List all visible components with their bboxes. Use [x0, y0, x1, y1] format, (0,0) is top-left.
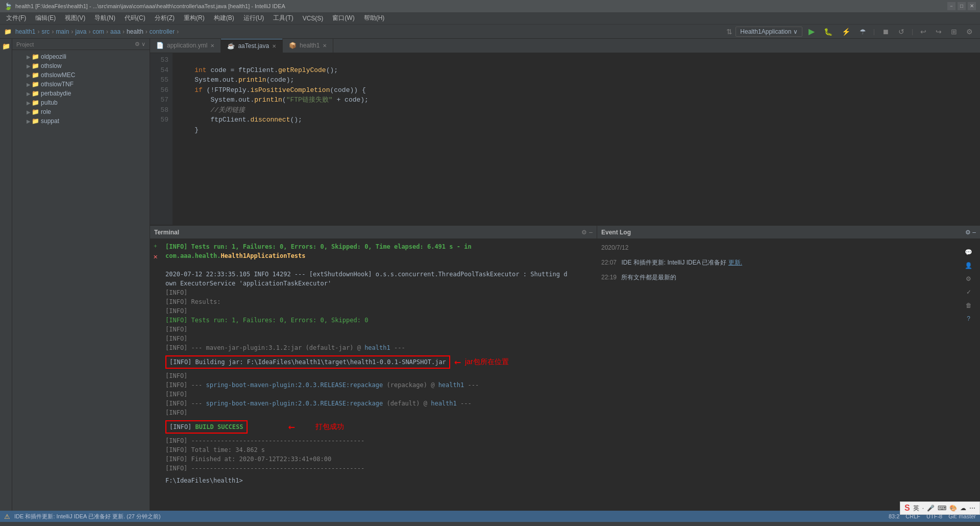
menu-window[interactable]: 窗口(W)	[328, 13, 358, 23]
minimize-button[interactable]: －	[947, 2, 955, 10]
tab-label: aaTest.java	[238, 42, 269, 50]
el-icon-question[interactable]: ?	[964, 314, 974, 324]
el-icon-settings2[interactable]: ⚙	[964, 274, 974, 284]
title-bar: 🍃 health1 [F:\IdeaFiles\health1] - ...\s…	[0, 0, 980, 12]
tree-item-suppat[interactable]: ▶ 📁 suppat	[12, 116, 150, 126]
breadcrumb-com[interactable]: com	[92, 28, 104, 35]
layout-button[interactable]: ⊞	[948, 26, 960, 37]
tree-item-pultub[interactable]: ▶ 📁 pultub	[12, 98, 150, 107]
sidebar-icon-project[interactable]: 📁	[1, 41, 11, 51]
status-position[interactable]: 83:2	[889, 513, 899, 519]
event-log-hide-icon[interactable]: –	[972, 229, 976, 236]
ime-bar: S 英 · 🎤 ⌨ 🎨 ☁ ⋯	[900, 501, 980, 515]
tree-item-oldpeozili[interactable]: ▶ 📁 oldpeozili	[12, 52, 150, 61]
breadcrumb-src[interactable]: src	[41, 28, 50, 35]
menu-vcs[interactable]: VCS(S)	[299, 14, 328, 23]
tree-item-perbabydie[interactable]: ▶ 📁 perbabydie	[12, 89, 150, 98]
terminal-header: Terminal ⚙ –	[150, 226, 597, 239]
tab-health1[interactable]: 📦 health1 ✕	[283, 39, 333, 53]
menu-refactor[interactable]: 重构(R)	[180, 13, 209, 23]
event-date-label: 2020/7/12	[601, 244, 628, 251]
sidebar-gear-icon[interactable]: ⚙ ∨	[135, 41, 145, 47]
ime-cloud-icon[interactable]: ☁	[960, 505, 966, 512]
code-content[interactable]: int code = ftpClient.getReplyCode(); Sys…	[173, 53, 980, 225]
status-text[interactable]: IDE 和插件更新: IntelliJ IDEA 已准备好 更新. (27 分钟…	[14, 513, 161, 520]
sidebar: Project ⚙ ∨ ▶ 📁 oldpeozili ▶ 📁 othslow ▶…	[12, 39, 150, 511]
terminal-build-success: [INFO] BUILD SUCCESS	[165, 420, 248, 434]
breadcrumb-java[interactable]: java	[75, 28, 86, 35]
tree-item-label: oldpeozili	[41, 53, 66, 60]
event-time-2: 22:19	[601, 274, 617, 281]
tab-label: application.yml	[167, 42, 207, 49]
ime-more-icon[interactable]: ⋯	[969, 505, 975, 512]
menu-tools[interactable]: 工具(T)	[269, 13, 297, 23]
tree-item-othslowTNF[interactable]: ▶ 📁 othslowTNF	[12, 80, 150, 89]
menu-code[interactable]: 代码(C)	[120, 13, 150, 23]
tree-item-label: suppat	[41, 117, 59, 125]
tab-close-health1[interactable]: ✕	[323, 43, 327, 49]
terminal-info-7: [INFO]	[165, 408, 593, 417]
tree-item-label: othslowTNF	[41, 81, 74, 88]
menu-view[interactable]: 视图(V)	[61, 13, 89, 23]
breadcrumb-aaa[interactable]: aaa	[110, 28, 120, 35]
terminal-close-icon[interactable]: ✕	[151, 252, 160, 261]
maximize-button[interactable]: □	[958, 2, 966, 10]
el-icon-person[interactable]: 👤	[964, 260, 974, 271]
el-icon-trash[interactable]: 🗑	[964, 300, 974, 310]
terminal-content[interactable]: [INFO] Tests run: 1, Failures: 0, Errors…	[161, 239, 597, 511]
ime-keyboard-icon[interactable]: ⌨	[938, 505, 946, 512]
terminal-line-shutdown2: own ExecutorService 'applicationTaskExec…	[165, 279, 593, 288]
tab-close-yml[interactable]: ✕	[210, 43, 214, 49]
event-log-title: Event Log	[601, 229, 631, 236]
breadcrumb-main[interactable]: main	[56, 28, 69, 35]
toolbar-icon-sort[interactable]: ⇅	[726, 28, 732, 36]
undo-button[interactable]: ↩	[917, 26, 929, 37]
tree-item-othslow[interactable]: ▶ 📁 othslow	[12, 61, 150, 70]
menu-build[interactable]: 构建(B)	[210, 13, 238, 23]
menu-navigate[interactable]: 导航(N)	[90, 13, 119, 23]
ime-skin-icon[interactable]: 🎨	[949, 505, 957, 512]
tab-close-java[interactable]: ✕	[272, 43, 276, 49]
menu-run[interactable]: 运行(U)	[239, 13, 268, 23]
breadcrumb-health[interactable]: health	[127, 28, 143, 35]
tree-arrow: ▶	[27, 63, 31, 69]
terminal-prompt: F:\IdeaFiles\health1>	[165, 476, 593, 485]
el-icon-check[interactable]: ✓	[964, 287, 974, 297]
breadcrumb-health1[interactable]: health1	[15, 28, 35, 35]
coverage-button[interactable]: ☂	[856, 26, 869, 37]
ime-microphone-icon[interactable]: 🎤	[927, 505, 935, 512]
el-icon-chat[interactable]: 💬	[964, 247, 974, 257]
breadcrumb-controller[interactable]: controller	[150, 28, 175, 35]
terminal-add-icon[interactable]: ＋	[151, 241, 160, 250]
tree-item-label: pultub	[41, 99, 58, 106]
profile-button[interactable]: ⚡	[839, 26, 853, 37]
terminal-build-success-container: [INFO] BUILD SUCCESS ← 打包成功	[165, 418, 593, 435]
stop-button[interactable]: ⏹	[879, 26, 892, 37]
terminal-hide-icon[interactable]: –	[589, 229, 593, 236]
redo-button[interactable]: ↪	[933, 26, 945, 37]
menu-edit[interactable]: 编辑(E)	[31, 13, 60, 23]
menu-file[interactable]: 文件(F)	[2, 13, 30, 23]
tree-item-label: othslowMEC	[41, 71, 75, 79]
tree-arrow: ▶	[27, 118, 31, 124]
run-button[interactable]: ▶	[805, 25, 818, 38]
tree-item-role[interactable]: ▶ 📁 role	[12, 107, 150, 116]
app-icon: 🍃	[4, 3, 12, 10]
terminal-settings-icon[interactable]: ⚙	[581, 229, 587, 236]
close-button[interactable]: ✕	[968, 2, 976, 10]
code-area: 53 54 55 56 57 58 59 int code = ftpClien…	[150, 53, 980, 225]
tab-bar: 📄 application.yml ✕ ☕ aaTest.java ✕ 📦 he…	[150, 39, 980, 53]
debug-button[interactable]: 🐛	[821, 26, 836, 37]
rerun-button[interactable]: ↺	[895, 26, 908, 37]
tab-application-yml[interactable]: 📄 application.yml ✕	[150, 39, 221, 53]
settings-button[interactable]: ⚙	[963, 26, 976, 37]
menu-help[interactable]: 帮助(H)	[360, 13, 389, 23]
tab-aatest-java[interactable]: ☕ aaTest.java ✕	[221, 39, 283, 53]
menu-analyze[interactable]: 分析(Z)	[151, 13, 179, 23]
terminal-info-tests-run2: [INFO] Tests run: 1, Failures: 0, Errors…	[165, 316, 593, 325]
tree-item-label: role	[41, 108, 51, 115]
yml-icon: 📄	[156, 42, 164, 49]
event-link-1[interactable]: 更新.	[728, 259, 742, 266]
tree-item-othslowMEC[interactable]: ▶ 📁 othslowMEC	[12, 70, 150, 80]
event-log-settings-icon[interactable]: ⚙	[965, 229, 971, 236]
